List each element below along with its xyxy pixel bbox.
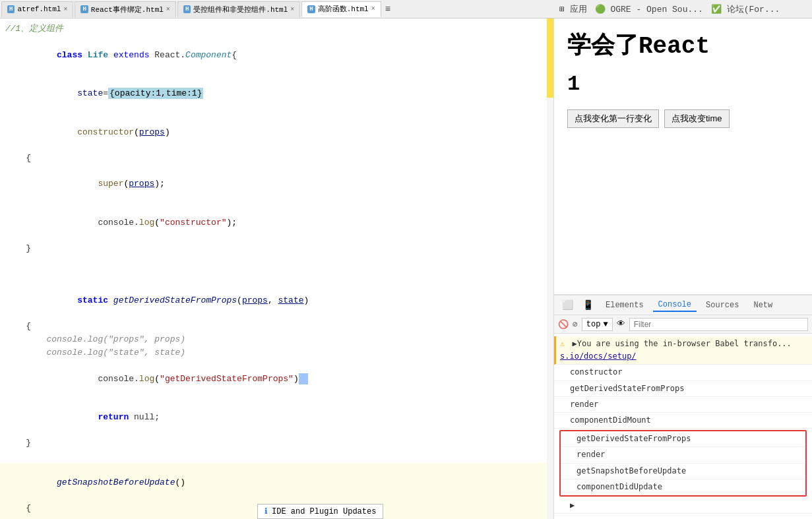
ogre-tab[interactable]: 🟢 OGRE - Open Sou... [595,4,703,15]
code-text: class Life extends React.Component{ [5,36,237,75]
h-icon: H [307,5,315,13]
change-time-button[interactable]: 点我改变time [664,109,730,128]
tab-menu-button[interactable]: ≡ [385,4,390,15]
code-line-5: { [0,152,553,165]
code-line-16: getSnapshotBeforeUpdate() [0,463,553,502]
code-line-blank1 [0,255,553,268]
code-text: state={opacity:1,time:1} [5,75,203,113]
console-constructor-line: constructor [554,365,812,381]
filter-input[interactable] [629,318,808,331]
code-line-2: class Life extends React.Component{ [0,36,553,75]
code-line-3: state={opacity:1,time:1} [0,75,553,113]
prohibit-icon[interactable]: ⊘ [573,319,578,330]
code-comment: //1、定义组件 [5,22,63,36]
console-boxed-section: getDerivedStateFromProps render getSnaps… [559,430,807,497]
editor-tab-bar: H atref.html × H React事件绑定.html × H 受控组件… [0,0,554,18]
code-text: { [5,320,31,333]
tab-elements[interactable]: Elements [600,299,649,311]
code-text: console.log("constructor"); [5,203,237,242]
react-number: 1 [567,72,799,96]
code-line-12: console.log("state", state) [0,346,553,359]
code-text: console.log("state", state) [5,346,185,359]
tab-hof[interactable]: H 高阶函数.html × [301,1,381,17]
tab-label: 高阶函数.html [318,4,369,14]
tab-atref[interactable]: H atref.html × [1,1,73,17]
code-line-14: return null; [0,398,553,437]
code-line-15: } [0,437,553,450]
code-line-13: console.log("getDerivedStateFromProps") [0,359,553,398]
babel-link[interactable]: s.io/docs/setup/ [560,351,637,361]
code-line-blank3 [0,450,553,463]
console-warning-line: ⚠ ▶You are using the in-browser Babel tr… [554,336,812,365]
editor-scrollbar[interactable] [547,18,553,519]
code-text: super(props); [5,165,165,204]
tab-controlled[interactable]: H 受控组件和非受控组件.html × [177,1,300,17]
code-text: constructor(props) [5,113,170,152]
close-icon[interactable]: × [166,6,170,13]
code-text: return null; [5,398,160,437]
h-icon: H [7,5,15,13]
tab-sources[interactable]: Sources [701,299,744,311]
top-level-label: top [586,320,601,329]
devtools-toolbar: ⬜ 📱 Elements Console Sources Netw [554,295,812,315]
forum-tab[interactable]: ✅ 论坛(For... [711,3,780,15]
button-row: 点我变化第一行变化 点我改变time [567,109,799,128]
tab-react-events[interactable]: H React事件绑定.html × [75,1,175,17]
code-line-6: super(props); [0,165,553,204]
console-render-line: render [554,397,812,413]
code-text: { [5,502,31,515]
code-text: static getDerivedStateFromProps(props, s… [5,282,309,321]
code-text: console.log("getDerivedStateFromProps") [5,359,308,398]
browser-preview: 学会了React 1 点我变化第一行变化 点我改变time [554,18,812,295]
console-toolbar: 🚫 ⊘ top ▼ 👁 [554,315,812,334]
top-bar-area: H atref.html × H React事件绑定.html × H 受控组件… [0,0,812,18]
tab-network[interactable]: Netw [748,299,778,311]
code-text: { [5,152,31,165]
devtools-panel: ⬜ 📱 Elements Console Sources Netw 🚫 ⊘ to… [554,295,812,519]
code-line-1: //1、定义组件 [0,22,553,36]
tab-label: atref.html [17,5,61,13]
close-icon[interactable]: × [371,5,375,13]
code-line-9: static getDerivedStateFromProps(props, s… [0,282,553,321]
close-icon[interactable]: × [290,6,294,13]
top-level-dropdown[interactable]: top ▼ [582,318,613,331]
tab-console[interactable]: Console [653,299,697,312]
apps-icon[interactable]: ⊞ 应用 [559,3,587,15]
device-icon[interactable]: 📱 [580,298,596,312]
tab-label: 受控组件和非受控组件.html [193,5,288,15]
code-line-11: console.log("props", props) [0,333,553,346]
browser-tab-bar: ⊞ 应用 🟢 OGRE - Open Sou... ✅ 论坛(For... [554,0,812,18]
code-text: } [5,437,31,450]
h-icon: H [80,5,88,13]
code-line-10: { [0,320,553,333]
code-text: } [5,242,31,255]
code-line-4: constructor(props) [0,113,553,152]
inspect-icon[interactable]: ⬜ [559,298,576,312]
code-line-8: } [0,242,553,255]
browser-panel: 学会了React 1 点我变化第一行变化 点我改变time ⬜ 📱 Elemen… [554,18,812,519]
h-icon: H [183,5,191,13]
tab-label: React事件绑定.html [91,5,164,15]
react-title: 学会了React [567,29,799,61]
console-get-derived-line: getDerivedStateFromProps [554,381,812,397]
code-content: //1、定义组件 class Life extends React.Compon… [0,18,553,519]
code-line-blank2 [0,268,553,282]
dropdown-arrow: ▼ [603,320,608,329]
console-arrow-line: ▶ [554,498,812,514]
console-render2-line: render [561,447,805,463]
code-editor: //1、定义组件 class Life extends React.Compon… [0,18,554,519]
close-icon[interactable]: × [63,6,67,13]
main-area: //1、定义组件 class Life extends React.Compon… [0,18,812,519]
console-get-derived2-line: getDerivedStateFromProps [561,431,805,447]
eye-icon[interactable]: 👁 [617,319,625,329]
warning-text: ▶You are using the in-browser Babel tran… [572,339,791,348]
change-first-line-button[interactable]: 点我变化第一行变化 [567,109,659,128]
warning-icon: ⚠ [560,339,565,348]
console-component-did-mount-line: componentDidMount [554,413,812,429]
console-did-update-line: componentDidUpdate [561,479,805,495]
code-line-7: console.log("constructor"); [0,203,553,242]
code-text: getSnapshotBeforeUpdate() [5,463,185,502]
console-snapshot-line: getSnapshotBeforeUpdate [561,464,805,479]
clear-console-icon[interactable]: 🚫 [558,319,569,330]
editor-scrollbar-thumb [547,18,553,98]
